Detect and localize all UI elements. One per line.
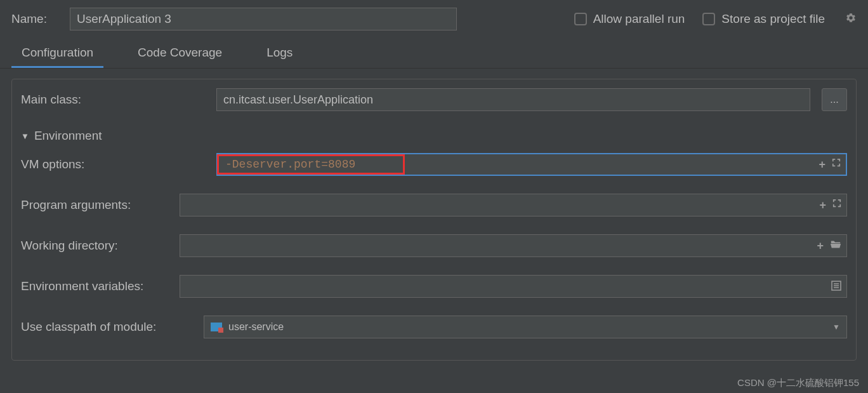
tab-logs[interactable]: Logs bbox=[256, 41, 303, 68]
gear-icon[interactable] bbox=[845, 12, 857, 27]
vm-options-input[interactable]: -Deserver.port=8089 bbox=[216, 153, 847, 176]
main-class-field bbox=[216, 88, 810, 111]
environment-variables-row: Environment variables: bbox=[12, 266, 856, 307]
list-icon[interactable] bbox=[831, 281, 841, 293]
main-class-input[interactable] bbox=[216, 88, 810, 111]
plus-icon[interactable] bbox=[817, 239, 824, 253]
store-as-project-file-checkbox[interactable]: Store as project file bbox=[702, 12, 825, 26]
working-directory-row: Working directory: bbox=[12, 225, 856, 266]
allow-parallel-run-checkbox[interactable]: Allow parallel run bbox=[574, 12, 685, 26]
classpath-module-select[interactable]: user-service ▼ bbox=[204, 316, 847, 338]
classpath-module-row: Use classpath of module: user-service ▼ bbox=[12, 307, 856, 347]
tabs-bar: Configuration Code Coverage Logs bbox=[0, 36, 868, 69]
vm-options-field-icons bbox=[819, 158, 841, 171]
expand-icon[interactable] bbox=[832, 199, 841, 212]
program-arguments-field-icons bbox=[819, 199, 841, 212]
vm-options-row: VM options: -Deserver.port=8089 bbox=[12, 144, 856, 185]
program-arguments-row: Program arguments: bbox=[12, 185, 856, 225]
watermark: CSDN @十二水硫酸铝钾155 bbox=[737, 377, 859, 389]
environment-section-header[interactable]: ▼ Environment bbox=[12, 120, 856, 144]
environment-variables-field-icons bbox=[831, 281, 841, 293]
chevron-down-icon: ▼ bbox=[21, 131, 29, 141]
main-class-row: Main class: ... bbox=[12, 79, 856, 120]
name-input[interactable] bbox=[70, 8, 457, 30]
expand-icon[interactable] bbox=[832, 158, 841, 171]
environment-variables-label: Environment variables: bbox=[21, 279, 174, 293]
tab-code-coverage[interactable]: Code Coverage bbox=[128, 41, 232, 68]
plus-icon[interactable] bbox=[819, 199, 826, 212]
checkbox-icon bbox=[574, 13, 587, 25]
configuration-panel: Main class: ... ▼ Environment VM options… bbox=[11, 79, 857, 361]
main-class-browse-button[interactable]: ... bbox=[822, 88, 847, 111]
top-row: Name: Allow parallel run Store as projec… bbox=[0, 0, 868, 36]
top-right-options: Allow parallel run Store as project file bbox=[574, 12, 857, 27]
module-folder-icon bbox=[211, 323, 222, 331]
tab-configuration[interactable]: Configuration bbox=[11, 41, 103, 68]
program-arguments-input[interactable] bbox=[180, 194, 847, 216]
classpath-module-label: Use classpath of module: bbox=[21, 320, 199, 334]
working-directory-input[interactable] bbox=[180, 234, 847, 257]
main-class-label: Main class: bbox=[21, 93, 211, 107]
vm-options-highlight: -Deserver.port=8089 bbox=[217, 154, 405, 175]
classpath-module-value: user-service bbox=[228, 321, 284, 333]
name-label: Name: bbox=[11, 12, 47, 26]
checkbox-icon bbox=[702, 13, 715, 25]
vm-options-value: -Deserver.port=8089 bbox=[225, 158, 355, 171]
working-directory-label: Working directory: bbox=[21, 239, 174, 253]
plus-icon[interactable] bbox=[819, 158, 825, 171]
vm-options-label: VM options: bbox=[21, 157, 211, 171]
folder-open-icon[interactable] bbox=[830, 239, 841, 253]
store-project-file-label: Store as project file bbox=[721, 12, 825, 26]
environment-header-label: Environment bbox=[34, 129, 102, 143]
chevron-down-icon: ▼ bbox=[832, 323, 840, 331]
environment-variables-input[interactable] bbox=[180, 275, 847, 298]
program-arguments-label: Program arguments: bbox=[21, 198, 174, 212]
working-directory-field-icons bbox=[817, 239, 841, 253]
allow-parallel-label: Allow parallel run bbox=[593, 12, 685, 26]
